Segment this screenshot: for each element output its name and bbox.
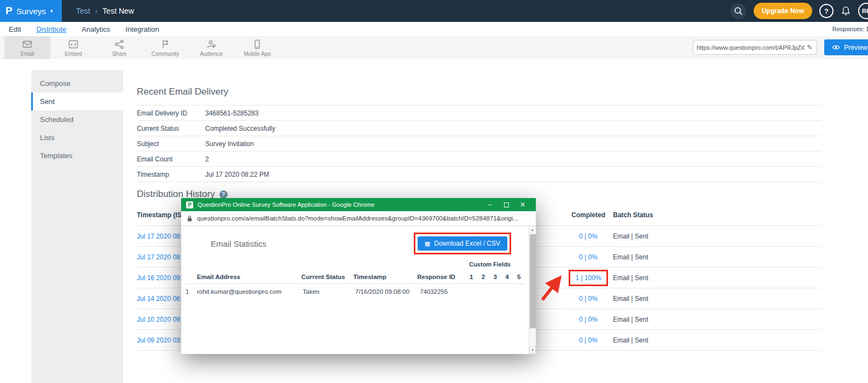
surveys-menu[interactable]: P Surveys ▾ (0, 0, 62, 22)
completed-value: 0 | 0% (579, 336, 598, 344)
history-completed[interactable]: 1 | 100% (564, 270, 613, 286)
popup-url-text: questionpro.com/a/emailBatchStats.do?mod… (197, 215, 518, 222)
preview-button[interactable]: Preview (824, 39, 868, 55)
toolbar-item-community[interactable]: Community (142, 36, 188, 59)
toolbar-item-label: Community (152, 51, 180, 57)
tab-integration[interactable]: Integration (125, 25, 159, 33)
responses-count[interactable]: Responses: 1 (832, 26, 868, 32)
mobile-app-icon (252, 39, 263, 50)
detail-row: Email Delivery ID 3468561-5285283 (137, 106, 821, 121)
breadcrumb-parent[interactable]: Test (76, 7, 90, 15)
tab-edit[interactable]: Edit (9, 25, 21, 33)
column-current-status: Current Status (302, 274, 354, 280)
sidebar-item-label: Templates (40, 152, 72, 160)
questionpro-logo: P (5, 5, 13, 17)
close-button[interactable]: ✕ (514, 198, 531, 211)
toolbar-item-label: Audience (200, 51, 223, 57)
history-batch-status: Email | Sent (613, 295, 648, 303)
audience-icon (206, 39, 217, 50)
toolbar-item-label: Mobile App (244, 51, 270, 57)
toolbar-item-share[interactable]: Share (96, 36, 142, 59)
search-icon (733, 6, 743, 16)
scroll-up-icon[interactable]: ▲ (529, 226, 536, 234)
popup-url-bar[interactable]: questionpro.com/a/emailBatchStats.do?mod… (181, 211, 536, 226)
detail-row: Email Count 2 (137, 152, 821, 167)
download-excel-csv-button[interactable]: ▦ Download Excel / CSV (418, 236, 507, 251)
sidebar-item-scheduled[interactable]: Scheduled (31, 111, 123, 129)
history-completed[interactable]: 0 | 0% (564, 233, 613, 240)
minimize-button[interactable]: – (482, 198, 498, 211)
history-batch-status: Email | Sent (613, 316, 648, 323)
popup-scrollbar[interactable]: ▲ ▼ (529, 226, 536, 354)
preview-label: Preview (844, 44, 867, 51)
completed-value: 0 | 0% (579, 253, 598, 261)
detail-value: 3468561-5285283 (205, 109, 258, 117)
sidebar-item-compose[interactable]: Compose (31, 74, 123, 92)
column-custom-3: 3 (489, 274, 501, 280)
detail-label: Subject (137, 140, 205, 148)
sidebar-item-label: Sent (40, 97, 55, 106)
history-help-icon[interactable]: ? (219, 190, 228, 199)
history-batch-status: Email | Sent (613, 253, 648, 261)
distribute-toolbar: Email Embed Share Community Audience (0, 36, 868, 59)
tab-analytics[interactable]: Analytics (82, 25, 110, 33)
history-batch-status: Email | Sent (613, 233, 648, 240)
notifications-button[interactable] (841, 6, 851, 16)
tab-distribute[interactable]: Distribute (36, 25, 66, 33)
community-flag-icon (160, 39, 171, 50)
history-completed[interactable]: 0 | 0% (564, 295, 613, 303)
survey-url-input[interactable] (697, 44, 805, 51)
download-button-annotation: ▦ Download Excel / CSV (414, 233, 511, 254)
detail-value: Jul 17 2020 08:22 PM (205, 171, 269, 178)
completed-value: 0 | 0% (579, 316, 598, 323)
stats-header: Email Address Current Status Timestamp R… (186, 270, 525, 284)
detail-label: Current Status (137, 125, 205, 132)
completed-value: 0 | 0% (579, 295, 598, 303)
detail-value: Survey Invitation (205, 140, 254, 148)
upgrade-button[interactable]: Upgrade Now (754, 3, 812, 19)
custom-fields-label: Custom Fields (181, 261, 511, 268)
avatar[interactable]: RK (858, 3, 868, 19)
toolbar-item-audience[interactable]: Audience (188, 36, 234, 59)
popup-window-title: QuestionPro Online Survey Software Appli… (198, 201, 477, 208)
top-header: P Surveys ▾ Test › Test New Upgrade Now … (0, 0, 868, 22)
column-custom-5: 5 (513, 274, 525, 280)
recent-delivery-table: Email Delivery ID 3468561-5285283 Curren… (137, 105, 821, 182)
search-button[interactable] (731, 3, 747, 19)
maximize-button[interactable] (498, 198, 514, 211)
email-statistics-popup: P QuestionPro Online Survey Software App… (181, 198, 536, 354)
popup-titlebar[interactable]: P QuestionPro Online Survey Software App… (181, 198, 536, 211)
column-email-address: Email Address (197, 274, 302, 280)
sidebar-item-sent[interactable]: Sent (31, 92, 123, 111)
history-completed[interactable]: 0 | 0% (564, 253, 613, 261)
toolbar-item-label: Embed (65, 51, 82, 57)
row-timestamp: 7/16/2020 09:08:00 (355, 288, 420, 295)
sidebar-item-templates[interactable]: Templates (31, 147, 123, 165)
breadcrumb: Test › Test New (76, 7, 134, 15)
product-label: Surveys (16, 7, 46, 16)
row-response-id: 74032255 (420, 288, 468, 295)
row-index: 1 (186, 288, 197, 295)
detail-label: Email Delivery ID (137, 109, 205, 117)
history-batch-status: Email | Sent (613, 336, 648, 344)
detail-row: Subject Survey Invitation (137, 136, 821, 152)
sidebar-item-label: Scheduled (40, 115, 73, 124)
scroll-down-icon[interactable]: ▼ (529, 346, 536, 353)
completed-highlight-annotation: 1 | 100% (569, 270, 607, 286)
history-completed[interactable]: 0 | 0% (564, 336, 613, 344)
toolbar-item-mobile-app[interactable]: Mobile App (234, 36, 280, 59)
share-icon (114, 39, 125, 50)
history-completed[interactable]: 0 | 0% (564, 316, 613, 323)
caret-down-icon: ▾ (50, 8, 53, 14)
sidebar-item-lists[interactable]: Lists (31, 129, 123, 147)
embed-icon (68, 39, 79, 50)
help-button[interactable]: ? (819, 4, 834, 18)
maximize-icon (504, 202, 509, 207)
email-stats-table: Email Address Current Status Timestamp R… (186, 270, 525, 299)
scrollbar-thumb[interactable] (530, 234, 536, 328)
edit-url-icon[interactable]: ✎ (807, 43, 813, 51)
toolbar-item-email[interactable]: Email (4, 36, 50, 59)
survey-url-box: ✎ (693, 40, 817, 55)
toolbar-item-embed[interactable]: Embed (50, 36, 96, 59)
download-button-label: Download Excel / CSV (434, 240, 500, 247)
